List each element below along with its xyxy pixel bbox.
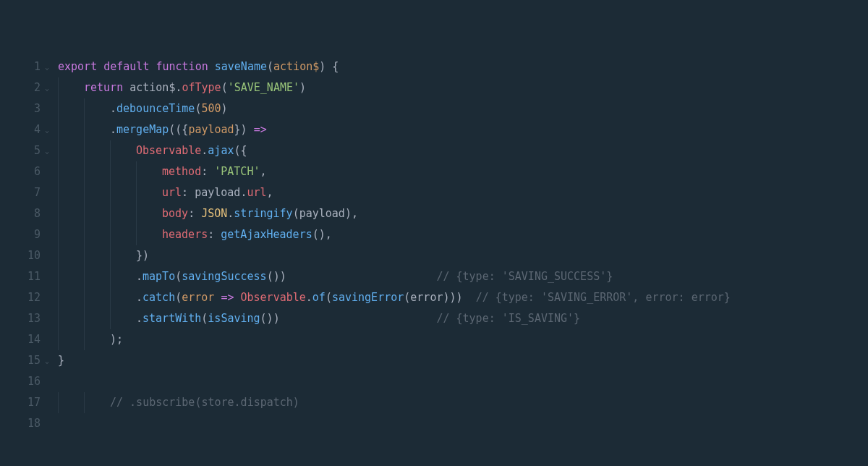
code-line[interactable]: url: payload.url, (58, 182, 731, 203)
token-kw: default (103, 56, 156, 77)
indent-guide (136, 203, 162, 224)
code-line[interactable]: .mergeMap(({payload}) => (58, 119, 731, 140)
token-str: 'PATCH' (214, 161, 260, 182)
fold-chevron-icon[interactable]: ⌄ (45, 350, 49, 371)
token-fn: isSaving (208, 308, 260, 329)
token-punc: ( (293, 203, 299, 224)
code-line[interactable]: .catch(error => Observable.of(savingErro… (58, 287, 731, 308)
code-line[interactable]: headers: getAjaxHeaders(), (58, 224, 731, 245)
indent-guide (84, 245, 110, 266)
token-punc: . (240, 182, 247, 203)
token-punc: ()) (260, 308, 280, 329)
token-prop: url (162, 182, 182, 203)
indent-guide (84, 98, 110, 119)
token-prop: ofType (182, 77, 221, 98)
indent-guide (136, 161, 162, 182)
token-plain (286, 266, 437, 287)
token-plain: error (410, 287, 443, 308)
code-line[interactable]: // .subscribe(store.dispatch) (58, 392, 731, 413)
line-number: 18 (0, 413, 41, 434)
token-punc: ) (299, 77, 306, 98)
indent-guide (58, 329, 84, 350)
fold-chevron-icon[interactable]: ⌄ (45, 140, 49, 161)
line-number: 2⌄ (0, 77, 41, 98)
indent-guide (58, 182, 84, 203)
token-punc: ( (404, 287, 410, 308)
token-punc: ({ (234, 140, 247, 161)
token-fn: of (312, 287, 326, 308)
code-line[interactable]: Observable.ajax({ (58, 140, 731, 161)
fold-chevron-icon[interactable]: ⌄ (45, 77, 49, 98)
line-number: 11 (0, 266, 41, 287)
code-line[interactable]: .mapTo(savingSuccess()) // {type: 'SAVIN… (58, 266, 731, 287)
token-cmt: // {type: 'SAVING_SUCCESS'} (436, 266, 613, 287)
indent-guide (58, 224, 84, 245)
indent-guide (58, 392, 84, 413)
token-punc: , (260, 161, 266, 182)
line-number: 9 (0, 224, 41, 245)
token-punc: . (110, 98, 116, 119)
token-punc: . (175, 77, 182, 98)
code-line[interactable]: .debounceTime(500) (58, 98, 731, 119)
token-punc: : (208, 224, 221, 245)
code-line[interactable]: }) (58, 245, 731, 266)
token-punc: . (136, 266, 142, 287)
code-line[interactable] (58, 371, 731, 392)
token-fn: saveName (215, 56, 267, 77)
token-prop: Observable (136, 140, 201, 161)
line-number: 16 (0, 371, 41, 392)
indent-guide (110, 287, 136, 308)
token-kw: => (254, 119, 267, 140)
token-prop: body (162, 203, 188, 224)
code-line[interactable]: return action$.ofType('SAVE_NAME') (58, 77, 731, 98)
code-line[interactable]: export default function saveName(action$… (58, 56, 731, 77)
indent-guide (110, 266, 136, 287)
indent-guide (110, 224, 136, 245)
token-param: action$ (273, 56, 319, 77)
indent-guide (84, 203, 110, 224)
indent-guide (58, 245, 84, 266)
token-fn: mergeMap (116, 119, 169, 140)
token-punc: . (306, 287, 312, 308)
line-number: 8 (0, 203, 41, 224)
token-punc: ( (195, 98, 201, 119)
token-str: 'SAVE_NAME' (228, 77, 299, 98)
code-line[interactable]: ); (58, 329, 731, 350)
token-punc: : (182, 182, 195, 203)
token-fn: startWith (142, 308, 201, 329)
line-number: 6 (0, 161, 41, 182)
line-number: 3 (0, 98, 41, 119)
token-prop: url (247, 182, 266, 203)
token-num: 500 (201, 98, 221, 119)
token-fn: mapTo (142, 266, 175, 287)
indent-guide (58, 140, 84, 161)
indent-guide (58, 98, 84, 119)
token-fn: getAjaxHeaders (221, 224, 312, 245)
indent-guide (110, 203, 136, 224)
code-line[interactable]: .startWith(isSaving()) // {type: 'IS_SAV… (58, 308, 731, 329)
line-number: 13 (0, 308, 41, 329)
token-punc: ) { (319, 56, 339, 77)
fold-chevron-icon[interactable]: ⌄ (45, 119, 49, 140)
token-type: JSON (201, 203, 227, 224)
code-editor[interactable]: 1⌄2⌄34⌄5⌄6789101112131415⌄161718 export … (0, 56, 868, 434)
line-number: 17 (0, 392, 41, 413)
indent-guide (58, 308, 84, 329)
code-area[interactable]: export default function saveName(action$… (45, 56, 731, 434)
token-punc: }) (234, 119, 254, 140)
token-fn: catch (142, 287, 175, 308)
code-line[interactable]: } (58, 350, 731, 371)
indent-guide (110, 182, 136, 203)
indent-guide (84, 392, 110, 413)
indent-guide (58, 203, 84, 224)
token-kw: function (156, 56, 214, 77)
code-line[interactable]: body: JSON.stringify(payload), (58, 203, 731, 224)
indent-guide (110, 308, 136, 329)
token-punc: . (136, 308, 142, 329)
token-prop: Observable (241, 287, 306, 308)
fold-chevron-icon[interactable]: ⌄ (45, 56, 49, 77)
code-line[interactable]: method: 'PATCH', (58, 161, 731, 182)
token-punc: : (201, 161, 214, 182)
code-line[interactable] (58, 413, 731, 434)
token-cmt: // .subscribe(store.dispatch) (110, 392, 299, 413)
